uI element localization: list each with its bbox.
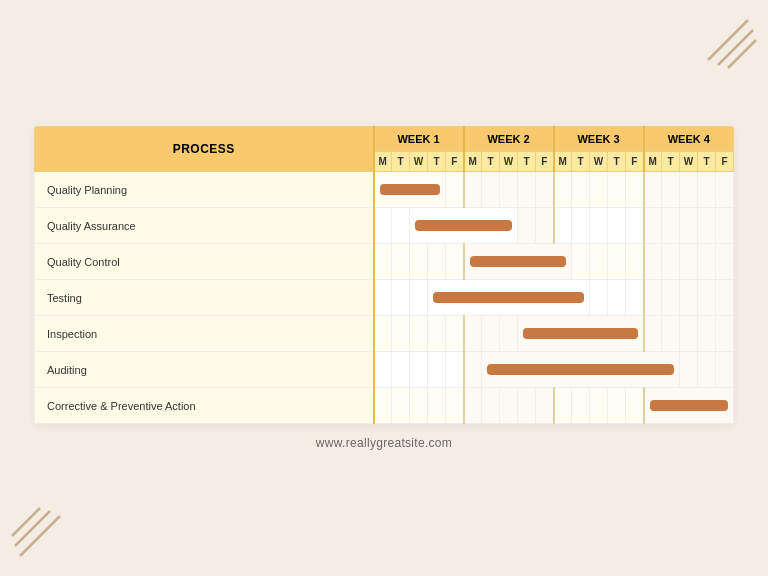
day-cell bbox=[428, 316, 446, 352]
day-cell bbox=[446, 316, 464, 352]
day-cell bbox=[374, 244, 392, 280]
day-cell bbox=[464, 352, 482, 388]
day-cell bbox=[554, 172, 572, 208]
day-cell bbox=[374, 388, 392, 424]
day-cell bbox=[644, 280, 662, 316]
w3-mon: M bbox=[554, 152, 572, 172]
day-cell bbox=[626, 388, 644, 424]
process-name-cell: Corrective & Preventive Action bbox=[35, 388, 374, 424]
day-cell bbox=[464, 172, 482, 208]
day-cell bbox=[428, 280, 590, 316]
gantt-bar bbox=[470, 256, 567, 267]
w3-fri: F bbox=[626, 152, 644, 172]
day-cell bbox=[644, 388, 734, 424]
table-row: Testing bbox=[35, 280, 734, 316]
svg-line-2 bbox=[728, 40, 756, 68]
day-cell bbox=[626, 172, 644, 208]
day-cell bbox=[410, 208, 518, 244]
day-cell bbox=[446, 388, 464, 424]
gantt-bar bbox=[650, 400, 729, 411]
table-row: Quality Control bbox=[35, 244, 734, 280]
day-cell bbox=[662, 172, 680, 208]
day-cell bbox=[680, 280, 698, 316]
day-cell bbox=[536, 172, 554, 208]
footer-url: www.reallygreatsite.com bbox=[316, 436, 452, 450]
process-name-cell: Quality Planning bbox=[35, 172, 374, 208]
week1-header: WEEK 1 bbox=[374, 127, 464, 152]
day-cell bbox=[464, 388, 482, 424]
day-cell bbox=[464, 316, 482, 352]
day-cell bbox=[572, 388, 590, 424]
w3-tue: T bbox=[572, 152, 590, 172]
day-cell bbox=[644, 244, 662, 280]
day-cell bbox=[698, 280, 716, 316]
main-container: PROCESS WEEK 1 WEEK 2 WEEK 3 WEEK 4 M T … bbox=[34, 126, 734, 450]
day-cell bbox=[572, 208, 590, 244]
day-cell bbox=[662, 280, 680, 316]
day-cell bbox=[410, 388, 428, 424]
w3-thu: T bbox=[608, 152, 626, 172]
day-cell bbox=[428, 244, 446, 280]
table-row: Quality Planning bbox=[35, 172, 734, 208]
gantt-chart: PROCESS WEEK 1 WEEK 2 WEEK 3 WEEK 4 M T … bbox=[34, 126, 734, 424]
day-cell bbox=[482, 352, 680, 388]
day-cell bbox=[698, 316, 716, 352]
gantt-bar bbox=[487, 364, 674, 375]
day-cell bbox=[374, 280, 392, 316]
day-cell bbox=[680, 172, 698, 208]
w1-mon: M bbox=[374, 152, 392, 172]
gantt-bar bbox=[415, 220, 512, 231]
day-cell bbox=[608, 388, 626, 424]
w2-mon: M bbox=[464, 152, 482, 172]
table-row: Inspection bbox=[35, 316, 734, 352]
day-cell bbox=[590, 280, 608, 316]
table-row: Quality Assurance bbox=[35, 208, 734, 244]
day-cell bbox=[680, 352, 698, 388]
day-cell bbox=[680, 244, 698, 280]
day-cell bbox=[536, 388, 554, 424]
day-cell bbox=[482, 316, 500, 352]
svg-line-5 bbox=[12, 508, 40, 536]
day-cell bbox=[590, 244, 608, 280]
day-cell bbox=[698, 172, 716, 208]
process-column-header: PROCESS bbox=[35, 127, 374, 172]
day-cell bbox=[392, 244, 410, 280]
day-cell bbox=[428, 352, 446, 388]
day-cell bbox=[482, 388, 500, 424]
day-cell bbox=[500, 388, 518, 424]
day-cell bbox=[716, 208, 734, 244]
day-cell bbox=[392, 316, 410, 352]
day-cell bbox=[572, 172, 590, 208]
day-cell bbox=[518, 208, 536, 244]
day-cell bbox=[716, 280, 734, 316]
gantt-table: PROCESS WEEK 1 WEEK 2 WEEK 3 WEEK 4 M T … bbox=[34, 126, 734, 424]
day-cell bbox=[410, 280, 428, 316]
day-cell bbox=[374, 208, 392, 244]
top-right-decoration bbox=[698, 10, 758, 70]
week2-header: WEEK 2 bbox=[464, 127, 554, 152]
day-cell bbox=[608, 208, 626, 244]
week4-header: WEEK 4 bbox=[644, 127, 734, 152]
w1-thu: T bbox=[428, 152, 446, 172]
day-cell bbox=[392, 352, 410, 388]
day-cell bbox=[716, 316, 734, 352]
day-cell bbox=[518, 316, 644, 352]
w1-fri: F bbox=[446, 152, 464, 172]
table-row: Corrective & Preventive Action bbox=[35, 388, 734, 424]
bottom-left-decoration bbox=[10, 506, 70, 566]
day-cell bbox=[392, 280, 410, 316]
day-cell bbox=[662, 244, 680, 280]
day-cell bbox=[644, 208, 662, 244]
day-cell bbox=[518, 172, 536, 208]
day-cell bbox=[590, 388, 608, 424]
w2-thu: T bbox=[518, 152, 536, 172]
process-name-cell: Auditing bbox=[35, 352, 374, 388]
day-cell bbox=[500, 316, 518, 352]
w4-thu: T bbox=[698, 152, 716, 172]
day-cell bbox=[446, 352, 464, 388]
day-cell bbox=[716, 244, 734, 280]
day-cell bbox=[446, 172, 464, 208]
week3-header: WEEK 3 bbox=[554, 127, 644, 152]
w2-fri: F bbox=[536, 152, 554, 172]
process-name-cell: Quality Assurance bbox=[35, 208, 374, 244]
